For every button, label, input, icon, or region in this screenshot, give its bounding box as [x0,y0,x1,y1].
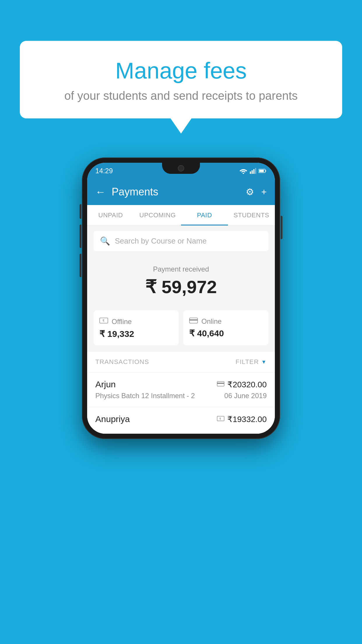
svg-text:₹: ₹ [219,417,221,421]
phone-notch [162,163,200,174]
volume-down-button [80,254,81,277]
wifi-icon [239,168,247,174]
tab-paid[interactable]: PAID [181,205,228,225]
tab-students[interactable]: STUDENTS [228,205,275,225]
svg-rect-13 [217,383,224,384]
phone-frame: 14:29 [82,158,280,439]
svg-rect-2 [252,170,253,174]
search-bar[interactable]: 🔍 Search by Course or Name [94,231,268,251]
transaction-date-1: 06 June 2019 [224,392,267,400]
transaction-row[interactable]: Anupriya ₹ ₹19332.00 [87,407,275,434]
payment-amount: ₹ 59,972 [94,276,268,298]
svg-rect-6 [265,170,266,172]
svg-text:₹: ₹ [102,319,105,323]
search-icon: 🔍 [100,236,110,246]
svg-rect-4 [255,168,256,174]
online-label: Online [201,317,222,326]
speech-bubble-container: Manage fees of your students and send re… [20,41,342,118]
phone-screen: 14:29 [87,163,275,434]
transaction-amount-1: ₹20320.00 [227,380,267,389]
settings-button[interactable]: ⚙ [246,186,254,197]
volume-silent-button [80,204,81,219]
back-button[interactable]: ← [95,186,106,198]
svg-rect-3 [253,169,254,174]
bubble-title: Manage fees [43,58,319,83]
tab-unpaid[interactable]: UNPAID [87,205,134,225]
tab-upcoming[interactable]: UPCOMING [134,205,181,225]
online-amount: ₹ 40,640 [189,328,263,338]
search-input[interactable]: Search by Course or Name [115,237,207,246]
offline-icon: ₹ [99,317,108,326]
transactions-label: TRANSACTIONS [95,358,149,366]
signal-icon [250,168,256,174]
payment-label: Payment received [94,265,268,273]
app-bar-actions: ⚙ + [246,186,267,197]
filter-icon: ▼ [261,359,267,365]
payment-section: Payment received ₹ 59,972 [87,256,275,310]
offline-label: Offline [112,318,132,326]
bubble-subtitle: of your students and send receipts to pa… [43,89,319,102]
battery-icon [259,169,267,173]
tabs: UNPAID UPCOMING PAID STUDENTS [87,205,275,226]
online-icon [189,317,198,326]
transaction-amount-2: ₹19332.00 [227,414,267,424]
svg-rect-11 [189,319,198,321]
volume-up-button [80,225,81,248]
transaction-course-1: Physics Batch 12 Installment - 2 [95,392,195,400]
filter-button[interactable]: FILTER ▼ [236,358,267,366]
svg-rect-7 [259,170,264,172]
power-button [281,216,282,239]
app-title: Payments [112,186,240,198]
cash-payment-icon: ₹ [217,415,224,423]
transaction-name-1: Arjun [95,379,116,389]
transaction-row[interactable]: Arjun ₹20320.00 Physics Batch 12 Install… [87,372,275,407]
front-camera [178,165,184,172]
svg-rect-1 [250,172,251,174]
status-icons [239,168,267,174]
status-time: 14:29 [95,167,113,175]
card-payment-icon [217,380,224,388]
offline-card: ₹ Offline ₹ 19,332 [94,310,179,345]
online-card: Online ₹ 40,640 [183,310,268,345]
search-container: 🔍 Search by Course or Name [87,226,275,256]
filter-text: FILTER [236,358,259,366]
transaction-name-2: Anupriya [95,414,130,424]
add-button[interactable]: + [261,187,267,197]
app-bar: ← Payments ⚙ + [87,179,275,205]
phone-container: 14:29 [82,158,280,439]
offline-amount: ₹ 19,332 [99,329,173,339]
payment-cards: ₹ Offline ₹ 19,332 [87,310,275,352]
transactions-header: TRANSACTIONS FILTER ▼ [87,352,275,372]
speech-bubble: Manage fees of your students and send re… [20,41,342,118]
svg-point-0 [243,173,244,174]
